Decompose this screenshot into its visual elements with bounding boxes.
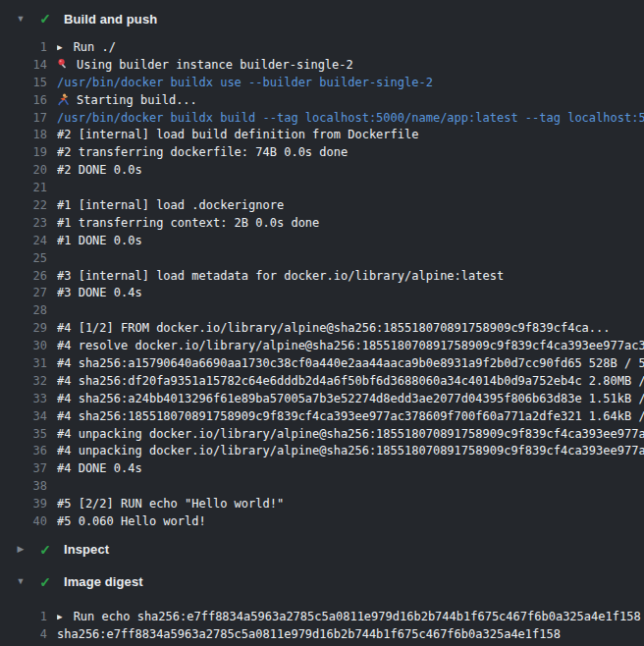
- section-header[interactable]: ▼ ✓ Image digest: [0, 569, 644, 595]
- line-text: #2 transferring dockerfile: 74B 0.0s don…: [57, 144, 644, 162]
- run-expander-icon[interactable]: ▶: [57, 39, 62, 57]
- log-line: 14 Using builder instance builder-single…: [0, 57, 644, 75]
- log-line: 25: [0, 250, 644, 268]
- line-text: #1 transferring context: 2B 0.0s done: [57, 215, 644, 233]
- line-text: #2 [internal] load build definition from…: [57, 127, 644, 144]
- chevron-icon[interactable]: ▶: [15, 545, 27, 554]
- line-text: #1 DONE 0.0s: [57, 233, 644, 250]
- line-number[interactable]: 26: [0, 268, 47, 286]
- line-text: #4 unpacking docker.io/library/alpine@sh…: [57, 443, 644, 460]
- runner-icon: [57, 93, 70, 106]
- log-line: 38: [0, 478, 644, 496]
- line-number[interactable]: 1: [0, 609, 47, 626]
- log-line: 1 ▶ Run echo sha256:e7ff8834a5963a2785c5…: [0, 609, 644, 626]
- run-expander-icon[interactable]: ▶: [57, 609, 62, 626]
- line-text: #3 [internal] load metadata for docker.i…: [57, 268, 644, 286]
- log-line: 30 #4 resolve docker.io/library/alpine@s…: [0, 338, 644, 355]
- line-text: /usr/bin/docker buildx use --builder bui…: [57, 75, 644, 92]
- workflow-log-viewer: ▼ ✓ Build and push 1 ▶ Run ./ 14 Using b…: [0, 0, 644, 646]
- line-number[interactable]: 20: [0, 162, 47, 180]
- line-number[interactable]: 24: [0, 233, 47, 250]
- log-line: 31 #4 sha256:a15790640a6690aa1730c38cf0a…: [0, 355, 644, 373]
- line-text: #4 sha256:a24bb4013296f61e89ba57005a7b3e…: [57, 391, 644, 408]
- log-line: 29 #4 [1/2] FROM docker.io/library/alpin…: [0, 320, 644, 338]
- line-text: #4 resolve docker.io/library/alpine@sha2…: [57, 338, 644, 355]
- line-number[interactable]: 36: [0, 443, 47, 460]
- line-text: #4 sha256:a15790640a6690aa1730c38cf0a440…: [57, 355, 644, 373]
- line-number[interactable]: 27: [0, 285, 47, 302]
- line-number[interactable]: 16: [0, 92, 47, 110]
- section-title: Image digest: [64, 574, 143, 589]
- chevron-icon[interactable]: ▼: [15, 15, 27, 24]
- chevron-icon[interactable]: ▼: [15, 577, 27, 586]
- line-number[interactable]: 38: [0, 478, 47, 496]
- line-number[interactable]: 19: [0, 144, 47, 162]
- line-text: #4 [1/2] FROM docker.io/library/alpine@s…: [57, 320, 644, 338]
- line-text: #4 sha256:185518070891758909c9f839cf4ca3…: [57, 408, 644, 426]
- section-title: Build and push: [64, 12, 157, 27]
- line-number[interactable]: 40: [0, 513, 47, 531]
- log-line: 22 #1 [internal] load .dockerignore: [0, 197, 644, 215]
- log-line: 18 #2 [internal] load build definition f…: [0, 127, 644, 144]
- line-text: Starting build...: [57, 92, 644, 110]
- log-line: 1 ▶ Run ./: [0, 39, 644, 57]
- line-text: #4 sha256:df20fa9351a15782c64e6dddb2d4a6…: [57, 373, 644, 391]
- line-number[interactable]: 33: [0, 391, 47, 408]
- log-line: 34 #4 sha256:185518070891758909c9f839cf4…: [0, 408, 644, 426]
- line-number[interactable]: 34: [0, 408, 47, 426]
- log-section-inspect: ▶ ✓ Inspect: [0, 537, 644, 563]
- log-line: 15 /usr/bin/docker buildx use --builder …: [0, 75, 644, 92]
- log-line: 19 #2 transferring dockerfile: 74B 0.0s …: [0, 144, 644, 162]
- line-number[interactable]: 4: [0, 626, 47, 644]
- log-line: 36 #4 unpacking docker.io/library/alpine…: [0, 443, 644, 460]
- line-number[interactable]: 18: [0, 127, 47, 144]
- log-line: 17 /usr/bin/docker buildx build --tag lo…: [0, 110, 644, 128]
- line-text: #3 DONE 0.4s: [57, 285, 644, 302]
- line-number[interactable]: 35: [0, 426, 47, 444]
- line-number[interactable]: 25: [0, 250, 47, 268]
- check-success-icon: ✓: [38, 543, 52, 557]
- line-number[interactable]: 15: [0, 75, 47, 92]
- line-number[interactable]: 39: [0, 496, 47, 513]
- line-text: #2 DONE 0.0s: [57, 162, 644, 180]
- line-number[interactable]: 17: [0, 110, 47, 128]
- line-text: #4 DONE 0.4s: [57, 460, 644, 478]
- line-number[interactable]: 22: [0, 197, 47, 215]
- section-header[interactable]: ▶ ✓ Inspect: [0, 537, 644, 563]
- section-header[interactable]: ▼ ✓ Build and push: [0, 6, 644, 31]
- line-text: sha256:e7ff8834a5963a2785c5a0811e979d16b…: [57, 626, 644, 644]
- line-text: #5 [2/2] RUN echo "Hello world!": [57, 496, 644, 513]
- line-text: /usr/bin/docker buildx build --tag local…: [57, 110, 644, 128]
- section-body: 1 ▶ Run ./ 14 Using builder instance bui…: [0, 39, 644, 531]
- line-number[interactable]: 23: [0, 215, 47, 233]
- line-text: ▶ Run echo sha256:e7ff8834a5963a2785c5a0…: [57, 609, 644, 627]
- line-text: ▶ Run ./: [57, 39, 644, 58]
- log-line: 35 #4 unpacking docker.io/library/alpine…: [0, 426, 644, 444]
- line-number[interactable]: 29: [0, 320, 47, 338]
- log-line: 4 sha256:e7ff8834a5963a2785c5a0811e979d1…: [0, 626, 644, 644]
- line-number[interactable]: 30: [0, 338, 47, 355]
- log-line: 23 #1 transferring context: 2B 0.0s done: [0, 215, 644, 233]
- log-line: 32 #4 sha256:df20fa9351a15782c64e6dddb2d…: [0, 373, 644, 391]
- log-line: 40 #5 0.060 Hello world!: [0, 513, 644, 531]
- check-success-icon: ✓: [38, 12, 52, 26]
- log-line: 21: [0, 180, 644, 197]
- log-line: 28: [0, 302, 644, 320]
- log-line: 39 #5 [2/2] RUN echo "Hello world!": [0, 496, 644, 513]
- line-text: #4 unpacking docker.io/library/alpine@sh…: [57, 426, 644, 444]
- section-title: Inspect: [64, 542, 109, 557]
- log-line: 27 #3 DONE 0.4s: [0, 285, 644, 302]
- log-line: 16 Starting build...: [0, 92, 644, 110]
- section-body: 1 ▶ Run echo sha256:e7ff8834a5963a2785c5…: [0, 609, 644, 644]
- line-text: Using builder instance builder-single-2: [57, 57, 644, 75]
- log-line: 33 #4 sha256:a24bb4013296f61e89ba57005a7…: [0, 391, 644, 408]
- line-number[interactable]: 1: [0, 39, 47, 57]
- line-number[interactable]: 28: [0, 302, 47, 320]
- line-number[interactable]: 14: [0, 57, 47, 75]
- line-number[interactable]: 32: [0, 373, 47, 391]
- line-number[interactable]: 21: [0, 180, 47, 197]
- pushpin-icon: [57, 58, 70, 71]
- line-text: #5 0.060 Hello world!: [57, 513, 644, 531]
- line-number[interactable]: 31: [0, 355, 47, 373]
- line-number[interactable]: 37: [0, 460, 47, 478]
